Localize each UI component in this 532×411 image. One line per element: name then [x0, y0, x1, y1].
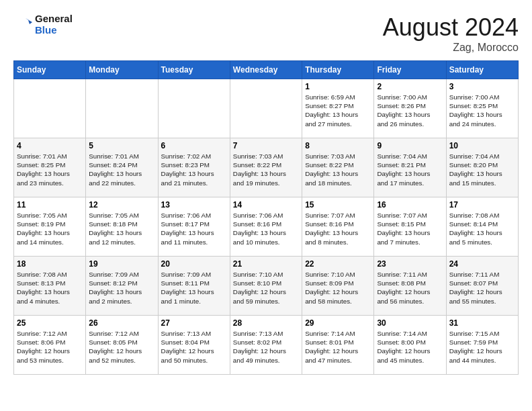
calendar-day-cell: 5Sunrise: 7:01 AM Sunset: 8:24 PM Daylig… [86, 138, 158, 197]
day-info: Sunrise: 7:10 AM Sunset: 8:09 PM Dayligh… [305, 270, 371, 306]
weekday-header-row: SundayMondayTuesdayWednesdayThursdayFrid… [14, 61, 519, 79]
calendar-day-cell: 7Sunrise: 7:03 AM Sunset: 8:22 PM Daylig… [230, 138, 302, 197]
calendar-day-cell: 24Sunrise: 7:11 AM Sunset: 8:07 PM Dayli… [446, 257, 518, 316]
calendar-day-cell: 13Sunrise: 7:06 AM Sunset: 8:17 PM Dayli… [158, 197, 230, 257]
calendar-day-cell: 14Sunrise: 7:06 AM Sunset: 8:16 PM Dayli… [230, 197, 302, 257]
weekday-header: Wednesday [230, 61, 302, 79]
calendar-day-cell: 17Sunrise: 7:08 AM Sunset: 8:14 PM Dayli… [446, 197, 518, 257]
calendar-day-cell: 31Sunrise: 7:15 AM Sunset: 7:59 PM Dayli… [446, 316, 518, 375]
day-info: Sunrise: 7:01 AM Sunset: 8:25 PM Dayligh… [17, 152, 83, 187]
calendar-day-cell: 27Sunrise: 7:13 AM Sunset: 8:04 PM Dayli… [158, 316, 230, 375]
calendar-day-cell: 30Sunrise: 7:14 AM Sunset: 8:00 PM Dayli… [374, 316, 446, 375]
calendar-day-cell: 16Sunrise: 7:07 AM Sunset: 8:15 PM Dayli… [374, 197, 446, 257]
day-info: Sunrise: 7:08 AM Sunset: 8:14 PM Dayligh… [449, 211, 515, 246]
day-number: 5 [89, 141, 154, 150]
day-info: Sunrise: 7:03 AM Sunset: 8:22 PM Dayligh… [305, 152, 371, 187]
day-number: 16 [377, 200, 443, 210]
day-info: Sunrise: 6:59 AM Sunset: 8:27 PM Dayligh… [305, 93, 371, 128]
day-info: Sunrise: 7:09 AM Sunset: 8:12 PM Dayligh… [89, 270, 154, 306]
location-subtitle: Zag, Morocco [383, 42, 519, 54]
logo-blue-text: Blue [35, 25, 73, 36]
day-info: Sunrise: 7:09 AM Sunset: 8:11 PM Dayligh… [161, 270, 227, 306]
day-number: 26 [89, 318, 154, 328]
calendar-day-cell [230, 79, 302, 138]
weekday-header: Monday [86, 61, 158, 79]
day-number: 27 [161, 318, 227, 328]
weekday-header: Tuesday [158, 61, 230, 79]
calendar-day-cell: 3Sunrise: 7:00 AM Sunset: 8:25 PM Daylig… [446, 79, 518, 138]
calendar-week-row: 4Sunrise: 7:01 AM Sunset: 8:25 PM Daylig… [14, 138, 519, 197]
calendar-day-cell: 2Sunrise: 7:00 AM Sunset: 8:26 PM Daylig… [374, 79, 446, 138]
day-info: Sunrise: 7:06 AM Sunset: 8:17 PM Dayligh… [161, 211, 227, 246]
logo: General Blue [13, 13, 73, 36]
calendar-day-cell: 10Sunrise: 7:04 AM Sunset: 8:20 PM Dayli… [446, 138, 518, 197]
day-number: 9 [377, 141, 443, 150]
day-info: Sunrise: 7:06 AM Sunset: 8:16 PM Dayligh… [233, 211, 299, 246]
day-number: 25 [17, 318, 83, 328]
day-number: 1 [305, 82, 371, 91]
day-number: 7 [233, 141, 299, 150]
logo-general-text: General [35, 13, 73, 25]
calendar-day-cell: 20Sunrise: 7:09 AM Sunset: 8:11 PM Dayli… [158, 257, 230, 316]
day-info: Sunrise: 7:15 AM Sunset: 7:59 PM Dayligh… [449, 329, 515, 365]
day-info: Sunrise: 7:08 AM Sunset: 8:13 PM Dayligh… [17, 270, 83, 306]
day-info: Sunrise: 7:01 AM Sunset: 8:24 PM Dayligh… [89, 152, 154, 187]
calendar-day-cell: 22Sunrise: 7:10 AM Sunset: 8:09 PM Dayli… [302, 257, 374, 316]
day-number: 13 [161, 200, 227, 210]
day-info: Sunrise: 7:13 AM Sunset: 8:02 PM Dayligh… [233, 329, 299, 365]
page-header: General Blue August 2024 Zag, Morocco [13, 13, 519, 54]
day-info: Sunrise: 7:07 AM Sunset: 8:15 PM Dayligh… [377, 211, 443, 246]
day-number: 28 [233, 318, 299, 328]
day-number: 6 [161, 141, 227, 150]
day-info: Sunrise: 7:14 AM Sunset: 8:00 PM Dayligh… [377, 329, 443, 365]
calendar-day-cell: 12Sunrise: 7:05 AM Sunset: 8:18 PM Dayli… [86, 197, 158, 257]
calendar-day-cell: 28Sunrise: 7:13 AM Sunset: 8:02 PM Dayli… [230, 316, 302, 375]
day-number: 11 [17, 200, 83, 210]
calendar-day-cell: 9Sunrise: 7:04 AM Sunset: 8:21 PM Daylig… [374, 138, 446, 197]
day-number: 18 [17, 259, 83, 269]
calendar-day-cell: 19Sunrise: 7:09 AM Sunset: 8:12 PM Dayli… [86, 257, 158, 316]
weekday-header: Thursday [302, 61, 374, 79]
logo-bird-icon [13, 15, 34, 35]
day-info: Sunrise: 7:00 AM Sunset: 8:26 PM Dayligh… [377, 93, 443, 128]
calendar-table: SundayMondayTuesdayWednesdayThursdayFrid… [13, 60, 519, 375]
calendar-day-cell: 23Sunrise: 7:11 AM Sunset: 8:08 PM Dayli… [374, 257, 446, 316]
svg-marker-1 [28, 20, 32, 24]
calendar-day-cell: 4Sunrise: 7:01 AM Sunset: 8:25 PM Daylig… [14, 138, 86, 197]
day-info: Sunrise: 7:04 AM Sunset: 8:20 PM Dayligh… [449, 152, 515, 187]
day-number: 21 [233, 259, 299, 269]
day-info: Sunrise: 7:03 AM Sunset: 8:22 PM Dayligh… [233, 152, 299, 187]
calendar-day-cell: 26Sunrise: 7:12 AM Sunset: 8:05 PM Dayli… [86, 316, 158, 375]
calendar-day-cell: 1Sunrise: 6:59 AM Sunset: 8:27 PM Daylig… [302, 79, 374, 138]
day-number: 19 [89, 259, 154, 269]
calendar-day-cell: 8Sunrise: 7:03 AM Sunset: 8:22 PM Daylig… [302, 138, 374, 197]
weekday-header: Saturday [446, 61, 518, 79]
day-info: Sunrise: 7:12 AM Sunset: 8:05 PM Dayligh… [89, 329, 154, 365]
day-number: 29 [305, 318, 371, 328]
day-number: 4 [17, 141, 83, 150]
day-number: 14 [233, 200, 299, 210]
calendar-week-row: 18Sunrise: 7:08 AM Sunset: 8:13 PM Dayli… [14, 257, 519, 316]
day-info: Sunrise: 7:04 AM Sunset: 8:21 PM Dayligh… [377, 152, 443, 187]
day-number: 30 [377, 318, 443, 328]
day-info: Sunrise: 7:11 AM Sunset: 8:08 PM Dayligh… [377, 270, 443, 306]
day-number: 23 [377, 259, 443, 269]
day-info: Sunrise: 7:05 AM Sunset: 8:18 PM Dayligh… [89, 211, 154, 246]
day-info: Sunrise: 7:13 AM Sunset: 8:04 PM Dayligh… [161, 329, 227, 365]
calendar-day-cell: 29Sunrise: 7:14 AM Sunset: 8:01 PM Dayli… [302, 316, 374, 375]
calendar-week-row: 1Sunrise: 6:59 AM Sunset: 8:27 PM Daylig… [14, 79, 519, 138]
calendar-week-row: 25Sunrise: 7:12 AM Sunset: 8:06 PM Dayli… [14, 316, 519, 375]
day-info: Sunrise: 7:00 AM Sunset: 8:25 PM Dayligh… [449, 93, 515, 128]
day-number: 17 [449, 200, 515, 210]
day-info: Sunrise: 7:11 AM Sunset: 8:07 PM Dayligh… [449, 270, 515, 306]
calendar-day-cell: 21Sunrise: 7:10 AM Sunset: 8:10 PM Dayli… [230, 257, 302, 316]
calendar-day-cell: 11Sunrise: 7:05 AM Sunset: 8:19 PM Dayli… [14, 197, 86, 257]
day-number: 8 [305, 141, 371, 150]
day-info: Sunrise: 7:14 AM Sunset: 8:01 PM Dayligh… [305, 329, 371, 365]
calendar-day-cell [86, 79, 158, 138]
day-info: Sunrise: 7:05 AM Sunset: 8:19 PM Dayligh… [17, 211, 83, 246]
calendar-day-cell: 15Sunrise: 7:07 AM Sunset: 8:16 PM Dayli… [302, 197, 374, 257]
day-number: 24 [449, 259, 515, 269]
day-info: Sunrise: 7:10 AM Sunset: 8:10 PM Dayligh… [233, 270, 299, 306]
month-title: August 2024 [383, 13, 519, 42]
